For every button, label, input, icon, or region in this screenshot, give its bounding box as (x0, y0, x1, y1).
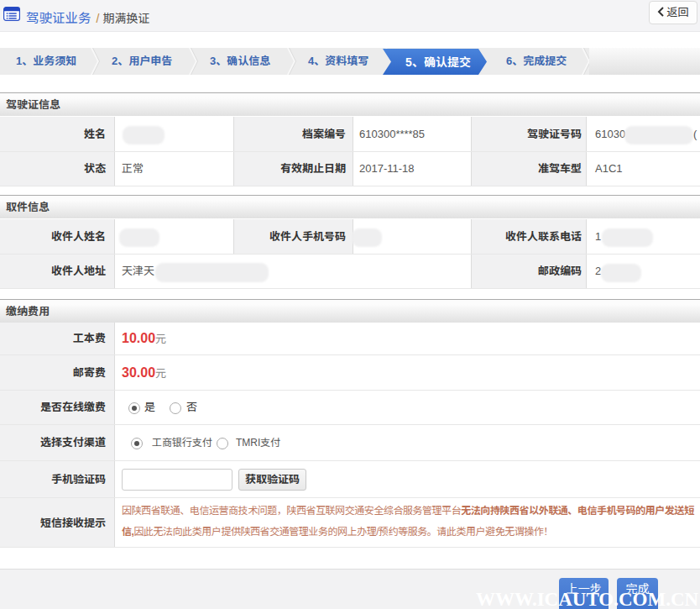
svg-text:5、确认提交: 5、确认提交 (405, 55, 471, 69)
